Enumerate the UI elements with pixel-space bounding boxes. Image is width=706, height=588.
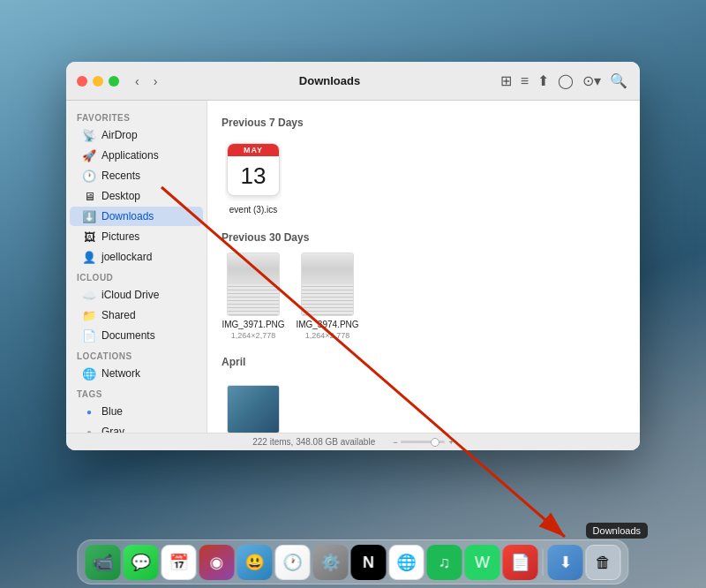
arc-icon: ◉	[210, 553, 224, 572]
maximize-button[interactable]	[109, 76, 119, 87]
recents-label: Recents	[101, 170, 140, 182]
tag-icon[interactable]: ◯	[556, 71, 575, 91]
minimize-button[interactable]	[93, 76, 103, 87]
sidebar-item-gray[interactable]: ● Gray	[70, 422, 203, 433]
sidebar-item-blue[interactable]: ● Blue	[70, 402, 203, 421]
slider-track[interactable]	[401, 441, 445, 443]
forward-button[interactable]: ›	[150, 72, 161, 90]
dock: 📹 💬 📅 ◉ 😃 🕐 ⚙️ N 🌐 ♫ W 📄 ⬇ 🗑	[78, 539, 629, 584]
blue-tag-icon: ●	[82, 404, 96, 418]
calendar-thumb: MAY 13	[225, 138, 282, 201]
downloads-label: Downloads	[101, 210, 154, 222]
dock-item-trash[interactable]: 🗑	[586, 545, 621, 580]
close-button[interactable]	[77, 76, 87, 87]
share-icon[interactable]: ⬆	[536, 71, 551, 91]
status-bar: 222 items, 348.08 GB available − +	[66, 433, 640, 450]
section-30-days-header: Previous 30 Days	[222, 231, 626, 244]
traffic-lights	[77, 76, 119, 87]
messages-icon: 💬	[131, 553, 151, 572]
dock-item-whatsapp[interactable]: W	[465, 545, 500, 580]
sidebar-item-documents[interactable]: 📄 Documents	[70, 326, 203, 345]
spotify-icon: ♫	[439, 554, 451, 572]
finder-window: ‹ › Downloads ⊞ ≡ ⬆ ◯ ⊙▾ 🔍 Favorites 📡 A…	[66, 62, 640, 450]
clock-icon: 🕐	[283, 553, 303, 572]
april-photo-thumb	[225, 377, 282, 433]
slider-thumb	[431, 438, 439, 447]
status-text: 222 items, 348.08 GB available	[252, 437, 375, 447]
finder-main: Favorites 📡 AirDrop 🚀 Applications 🕐 Rec…	[66, 101, 640, 433]
dock-item-arc[interactable]: ◉	[199, 545, 235, 580]
sidebar-item-icloud-drive[interactable]: ☁️ iCloud Drive	[70, 285, 203, 305]
sidebar-item-applications[interactable]: 🚀 Applications	[70, 146, 203, 165]
icloud-icon: ☁️	[82, 288, 96, 302]
gray-tag-icon: ●	[82, 425, 96, 433]
view-grid-icon[interactable]: ⊞	[499, 71, 514, 91]
sidebar-item-shared[interactable]: 📁 Shared	[70, 305, 203, 325]
finder-icon: 😃	[245, 553, 265, 572]
files-grid-30days: IMG_3971.PNG 1,264×2,778 IMG_3974.PNG 1,	[222, 253, 626, 340]
search-icon[interactable]: 🔍	[608, 71, 629, 91]
dock-item-calendar[interactable]: 📅	[161, 545, 197, 580]
sidebar-item-desktop[interactable]: 🖥 Desktop	[70, 186, 203, 206]
dock-item-notion[interactable]: N	[351, 545, 387, 580]
image-thumb-3971	[225, 253, 282, 316]
file-meta: 1,264×2,778	[231, 331, 275, 340]
downloads-icon: ⬇️	[82, 209, 96, 223]
settings-icon: ⚙️	[321, 553, 341, 572]
section-april-header: April	[222, 356, 626, 368]
sidebar-item-airdrop[interactable]: 📡 AirDrop	[70, 125, 203, 145]
dock-item-facetime[interactable]: 📹	[86, 545, 121, 580]
list-item[interactable]: MAY 13 event (3).ics	[222, 138, 285, 215]
dock-item-downloads[interactable]: ⬇	[548, 545, 583, 580]
sidebar-item-network[interactable]: 🌐 Network	[70, 364, 203, 383]
sidebar-item-recents[interactable]: 🕐 Recents	[70, 166, 203, 185]
finder-content: Previous 7 Days MAY 13 event (3).ics Pre…	[207, 101, 640, 433]
view-list-icon[interactable]: ≡	[519, 72, 530, 91]
list-item[interactable]	[222, 377, 285, 433]
pictures-icon: 🖼	[82, 230, 96, 244]
applications-icon: 🚀	[82, 148, 96, 162]
toolbar-icons: ⊞ ≡ ⬆ ◯ ⊙▾ 🔍	[499, 71, 629, 91]
sidebar-item-pictures[interactable]: 🖼 Pictures	[70, 227, 203, 246]
network-label: Network	[101, 367, 140, 380]
airdrop-label: AirDrop	[101, 129, 138, 141]
cal-day: 13	[228, 156, 279, 195]
dock-separator	[543, 549, 544, 576]
downloads-dock-tooltip: Downloads	[586, 523, 648, 539]
finder-sidebar: Favorites 📡 AirDrop 🚀 Applications 🕐 Rec…	[66, 101, 207, 433]
zoom-slider: − +	[393, 438, 454, 447]
recents-icon: 🕐	[82, 169, 96, 183]
dock-item-finder[interactable]: 😃	[237, 545, 273, 580]
blue-label: Blue	[101, 405, 123, 418]
downloads-folder-icon: ⬇	[559, 553, 572, 572]
list-item[interactable]: IMG_3971.PNG 1,264×2,778	[222, 253, 285, 340]
desktop-label: Desktop	[101, 190, 140, 202]
zoom-minus: −	[393, 438, 397, 447]
dock-item-spotify[interactable]: ♫	[427, 545, 462, 580]
dock-item-chrome[interactable]: 🌐	[389, 545, 424, 580]
file-meta: 1,264×2,778	[305, 331, 349, 340]
dock-item-pdf[interactable]: 📄	[503, 545, 538, 580]
tags-label: Tags	[66, 384, 207, 401]
shared-label: Shared	[101, 309, 136, 321]
dock-item-clock[interactable]: 🕐	[275, 545, 311, 580]
icloud-drive-label: iCloud Drive	[101, 289, 159, 301]
image-thumb-3974	[299, 253, 356, 316]
list-item[interactable]: IMG_3974.PNG 1,264×2,778	[296, 253, 359, 340]
section-7-days-header: Previous 7 Days	[222, 117, 626, 129]
icloud-label: iCloud	[66, 268, 207, 284]
facetime-icon: 📹	[92, 552, 114, 573]
trash-icon: 🗑	[596, 554, 612, 572]
whatsapp-icon: W	[475, 554, 490, 572]
dock-item-settings[interactable]: ⚙️	[313, 545, 349, 580]
dock-item-messages[interactable]: 💬	[124, 545, 159, 580]
applications-label: Applications	[101, 149, 159, 162]
action-icon[interactable]: ⊙▾	[581, 71, 603, 91]
gray-label: Gray	[101, 426, 124, 433]
sidebar-item-downloads[interactable]: ⬇️ Downloads	[70, 207, 203, 226]
sidebar-item-joellockard[interactable]: 👤 joellockard	[70, 247, 203, 267]
user-icon: 👤	[82, 250, 96, 264]
back-button[interactable]: ‹	[131, 72, 143, 90]
favorites-label: Favorites	[66, 108, 207, 124]
chrome-icon: 🌐	[397, 553, 417, 572]
